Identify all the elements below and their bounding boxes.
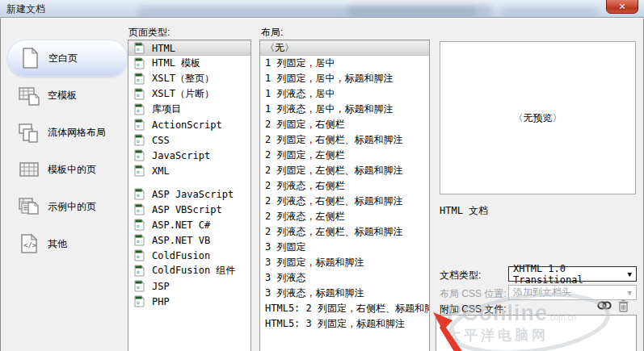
layout-label: HTML5: 3 列固定，标题和脚注 (265, 317, 405, 331)
layout-label: 1 列固定，居中 (265, 56, 335, 70)
category-sidebar: 空白页空模板流体网格布局模板中的页示例中的页</>其他 (7, 40, 128, 262)
preview-pane: 〈无预览〉 (440, 41, 636, 194)
file-icon: o (134, 295, 145, 307)
page-type-item[interactable]: oPHP (128, 294, 250, 309)
page-type-label: JavaScript (152, 150, 210, 161)
layout-item[interactable]: 〈无〉 (260, 40, 429, 56)
svg-text:o: o (137, 138, 140, 144)
layout-item[interactable]: 2 列液态，右侧栏、标题和脚注 (260, 194, 429, 209)
page-type-item[interactable]: oJavaScript (128, 148, 250, 163)
doctype-select[interactable]: XHTML 1.0 Transitional ▼ (508, 266, 637, 282)
layout-item[interactable]: 2 列固定，右侧栏 (260, 117, 429, 132)
sidebar-item-label: 空模板 (48, 89, 77, 102)
layout-item[interactable]: HTML5: 3 列固定，标题和脚注 (260, 316, 429, 332)
layout-label: 〈无〉 (265, 41, 294, 55)
layout-label: 2 列固定，右侧栏、标题和脚注 (265, 133, 402, 147)
fluid-grid-icon (17, 120, 41, 144)
sidebar-item-label: 示例中的页 (48, 200, 96, 214)
layout-item[interactable]: 3 列液态，标题和脚注 (260, 286, 429, 301)
sidebar-item-1[interactable]: 空白页 (7, 40, 128, 77)
layout-item[interactable]: 2 列固定，左侧栏、标题和脚注 (260, 163, 429, 178)
layout-item[interactable]: 2 列液态，左侧栏、标题和脚注 (260, 224, 429, 240)
sidebar-item-3[interactable]: 流体网格布局 (7, 114, 128, 151)
page-type-item[interactable]: o库项目 (128, 102, 250, 117)
layout-item[interactable]: 3 列固定 (260, 240, 429, 255)
dialog-title: 新建文档 (6, 2, 45, 16)
attached-css-files-listbox[interactable] (436, 315, 637, 351)
page-type-item[interactable]: oASP VBScript (128, 202, 250, 217)
page-type-item[interactable]: oXSLT（片断） (128, 86, 250, 102)
page-type-item[interactable]: oHTML 模板 (128, 56, 250, 71)
page-type-item[interactable]: oJSP (128, 278, 250, 294)
layout-label: 3 列固定 (265, 240, 305, 254)
sidebar-item-label: 其他 (48, 237, 67, 251)
chevron-down-icon: ▼ (628, 270, 632, 278)
page-type-item[interactable]: oASP JavaScript (128, 186, 250, 202)
layout-item[interactable]: 1 列液态，居中，标题和脚注 (260, 102, 429, 117)
title-bar: 新建文档 ✕ (0, 0, 644, 18)
sidebar-item-2[interactable]: 空模板 (7, 77, 128, 114)
file-icon: o (134, 88, 145, 100)
page-type-item[interactable]: oActionScript (128, 117, 250, 132)
page-type-label: HTML (152, 43, 175, 54)
sidebar-item-5[interactable]: 示例中的页 (7, 188, 128, 225)
attach-stylesheet-link-icon[interactable] (597, 299, 612, 315)
svg-text:o: o (137, 207, 140, 213)
sidebar-item-6[interactable]: </>其他 (7, 225, 128, 262)
layout-item[interactable]: 2 列固定，左侧栏 (260, 148, 429, 163)
file-icon: o (134, 73, 145, 85)
svg-text:o: o (137, 123, 140, 128)
no-preview-text: 〈无预览〉 (514, 111, 562, 125)
file-icon: o (134, 149, 145, 161)
dialog-content: 页面类型: 布局: 空白页空模板流体网格布局模板中的页示例中的页</>其他 oH… (0, 18, 644, 351)
layout-item[interactable]: 3 列固定，标题和脚注 (260, 255, 429, 270)
layout-item[interactable]: 1 列固定，居中 (260, 56, 429, 71)
close-icon: ✕ (618, 2, 625, 11)
remove-stylesheet-trash-icon[interactable] (617, 299, 629, 315)
file-icon: o (134, 134, 145, 146)
page-type-item[interactable]: oASP.NET VB (128, 232, 250, 248)
svg-text:o: o (137, 299, 140, 305)
layout-css-position-select: 添加到文档头 ▼ (508, 285, 637, 300)
layout-item[interactable]: 1 列固定，居中，标题和脚注 (260, 71, 429, 86)
layout-label: 1 列液态，居中，标题和脚注 (265, 102, 393, 116)
file-icon: o (134, 280, 145, 292)
page-type-item[interactable]: oXML (128, 163, 250, 178)
layout-label: 1 列液态，居中 (265, 87, 335, 101)
page-type-label: ColdFusion 组件 (152, 264, 235, 278)
page-type-list[interactable]: oHTMLoHTML 模板oXSLT（整页）oXSLT（片断）o库项目oActi… (128, 40, 251, 351)
page-type-item[interactable]: oXSLT（整页） (128, 71, 250, 86)
layout-item[interactable]: 2 列固定，右侧栏、标题和脚注 (260, 132, 429, 148)
file-icon: o (134, 119, 145, 131)
layout-item[interactable]: 3 列液态 (260, 270, 429, 286)
svg-text:</>: </> (23, 241, 37, 249)
page-type-label: 库项目 (152, 102, 181, 116)
layout-item[interactable]: 2 列液态，左侧栏 (260, 209, 429, 224)
page-type-column-label: 页面类型: (128, 26, 170, 40)
file-icon: o (134, 103, 145, 115)
sidebar-item-label: 空白页 (48, 52, 78, 65)
layout-label: 2 列液态，左侧栏 (265, 210, 344, 224)
layout-item[interactable]: 1 列液态，居中 (260, 86, 429, 102)
svg-text:o: o (137, 61, 140, 67)
page-type-item[interactable]: oColdFusion (128, 248, 250, 263)
layout-list[interactable]: 〈无〉1 列固定，居中1 列固定，居中，标题和脚注1 列液态，居中1 列液态，居… (259, 40, 430, 351)
page-type-item[interactable]: oHTML (128, 40, 250, 56)
page-type-item[interactable]: oCSS (128, 132, 250, 148)
layout-item[interactable]: 2 列液态，右侧栏 (260, 178, 429, 194)
layout-label: 2 列固定，右侧栏 (265, 118, 344, 132)
layout-column-label: 布局: (261, 26, 283, 40)
layout-item[interactable]: HTML5: 2 列固定，右侧栏、标题和脚注 (260, 301, 429, 316)
layout-label: 2 列液态，右侧栏、标题和脚注 (265, 194, 402, 208)
page-type-item[interactable]: oColdFusion 组件 (128, 263, 250, 278)
page-type-label: ASP.NET C# (152, 219, 210, 231)
sidebar-item-4[interactable]: 模板中的页 (7, 151, 128, 188)
svg-text:o: o (137, 223, 140, 228)
file-icon: o (134, 249, 145, 261)
svg-text:o: o (137, 192, 140, 198)
page-type-item[interactable]: oASP.NET C# (128, 217, 250, 232)
layout-label: 2 列固定，左侧栏 (265, 148, 344, 162)
close-button[interactable]: ✕ (606, 0, 638, 14)
file-icon: o (134, 265, 145, 277)
svg-text:o: o (137, 169, 140, 174)
